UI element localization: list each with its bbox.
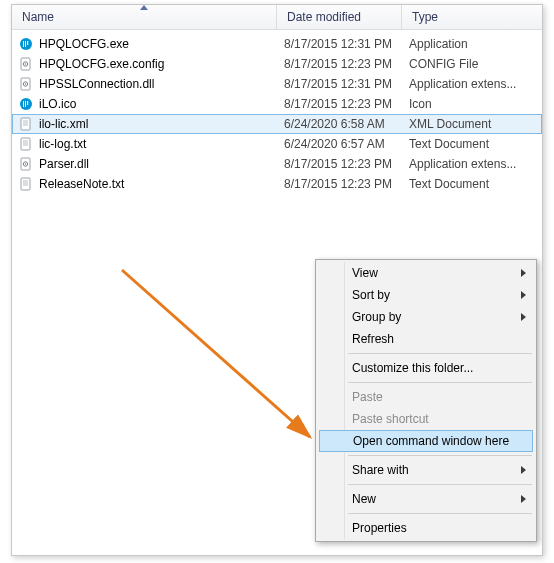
header-name[interactable]: Name — [12, 5, 277, 29]
file-name: HPSSLConnection.dll — [39, 77, 154, 91]
menu-item-label: Group by — [352, 310, 401, 324]
menu-item-label: Share with — [352, 463, 409, 477]
file-type: Text Document — [403, 137, 541, 151]
menu-item-label: Open command window here — [353, 434, 509, 448]
column-header: Name Date modified Type — [12, 5, 542, 30]
file-row[interactable]: ilo-lic.xml6/24/2020 6:58 AMXML Document — [12, 114, 542, 134]
menu-separator — [348, 353, 532, 354]
menu-item-label: Sort by — [352, 288, 390, 302]
submenu-arrow-icon — [521, 291, 526, 299]
menu-separator — [348, 455, 532, 456]
file-row[interactable]: ReleaseNote.txt8/17/2015 12:23 PMText Do… — [12, 174, 542, 194]
file-row[interactable]: HPQLOCFG.exe.config8/17/2015 12:23 PMCON… — [12, 54, 542, 74]
file-name: ReleaseNote.txt — [39, 177, 124, 191]
hp-icon — [17, 36, 35, 52]
file-type: CONFIG File — [403, 57, 541, 71]
menu-item-label: Properties — [352, 521, 407, 535]
file-name: lic-log.txt — [39, 137, 86, 151]
header-type-label: Type — [412, 10, 438, 24]
file-icon — [17, 136, 35, 152]
file-type: Application extens... — [403, 157, 541, 171]
file-date: 8/17/2015 12:23 PM — [278, 177, 403, 191]
menu-item[interactable]: Refresh — [318, 328, 534, 350]
menu-item[interactable]: Properties — [318, 517, 534, 539]
sort-asc-icon — [140, 5, 148, 10]
menu-separator — [348, 513, 532, 514]
file-type: Application extens... — [403, 77, 541, 91]
file-name: HPQLOCFG.exe.config — [39, 57, 164, 71]
file-type: Application — [403, 37, 541, 51]
file-name: iLO.ico — [39, 97, 76, 111]
menu-item-label: New — [352, 492, 376, 506]
submenu-arrow-icon — [521, 495, 526, 503]
file-date: 6/24/2020 6:57 AM — [278, 137, 403, 151]
file-date: 8/17/2015 12:31 PM — [278, 37, 403, 51]
submenu-arrow-icon — [521, 466, 526, 474]
menu-item-label: Paste shortcut — [352, 412, 429, 426]
file-row[interactable]: iLO.ico8/17/2015 12:23 PMIcon — [12, 94, 542, 114]
file-icon — [17, 116, 35, 132]
header-name-label: Name — [22, 10, 54, 24]
file-list[interactable]: HPQLOCFG.exe8/17/2015 12:31 PMApplicatio… — [12, 34, 542, 194]
file-row[interactable]: Parser.dll8/17/2015 12:23 PMApplication … — [12, 154, 542, 174]
menu-item-label: View — [352, 266, 378, 280]
annotation-arrow — [112, 260, 332, 450]
file-type: Icon — [403, 97, 541, 111]
context-menu: ViewSort byGroup byRefreshCustomize this… — [315, 259, 537, 542]
file-type: Text Document — [403, 177, 541, 191]
menu-item: Paste shortcut — [318, 408, 534, 430]
hp-icon — [17, 96, 35, 112]
menu-item: Paste — [318, 386, 534, 408]
file-date: 8/17/2015 12:23 PM — [278, 57, 403, 71]
gear-icon — [17, 156, 35, 172]
menu-item-label: Refresh — [352, 332, 394, 346]
file-row[interactable]: lic-log.txt6/24/2020 6:57 AMText Documen… — [12, 134, 542, 154]
menu-item[interactable]: View — [318, 262, 534, 284]
explorer-window: Name Date modified Type HPQLOCFG.exe8/17… — [11, 4, 543, 556]
gear-icon — [17, 76, 35, 92]
file-icon — [17, 176, 35, 192]
header-date-label: Date modified — [287, 10, 361, 24]
menu-item[interactable]: Customize this folder... — [318, 357, 534, 379]
header-type[interactable]: Type — [402, 5, 542, 29]
file-row[interactable]: HPQLOCFG.exe8/17/2015 12:31 PMApplicatio… — [12, 34, 542, 54]
submenu-arrow-icon — [521, 313, 526, 321]
menu-item-label: Customize this folder... — [352, 361, 473, 375]
file-date: 6/24/2020 6:58 AM — [278, 117, 403, 131]
file-name: Parser.dll — [39, 157, 89, 171]
submenu-arrow-icon — [521, 269, 526, 277]
file-name: ilo-lic.xml — [39, 117, 88, 131]
file-row[interactable]: HPSSLConnection.dll8/17/2015 12:31 PMApp… — [12, 74, 542, 94]
menu-item-label: Paste — [352, 390, 383, 404]
menu-item[interactable]: Sort by — [318, 284, 534, 306]
menu-separator — [348, 484, 532, 485]
menu-separator — [348, 382, 532, 383]
header-date[interactable]: Date modified — [277, 5, 402, 29]
menu-item[interactable]: Share with — [318, 459, 534, 481]
file-date: 8/17/2015 12:23 PM — [278, 97, 403, 111]
menu-item[interactable]: Group by — [318, 306, 534, 328]
svg-line-0 — [122, 270, 310, 437]
file-name: HPQLOCFG.exe — [39, 37, 129, 51]
menu-item[interactable]: New — [318, 488, 534, 510]
file-date: 8/17/2015 12:31 PM — [278, 77, 403, 91]
gear-icon — [17, 56, 35, 72]
file-type: XML Document — [403, 117, 541, 131]
file-date: 8/17/2015 12:23 PM — [278, 157, 403, 171]
menu-item[interactable]: Open command window here — [319, 430, 533, 452]
